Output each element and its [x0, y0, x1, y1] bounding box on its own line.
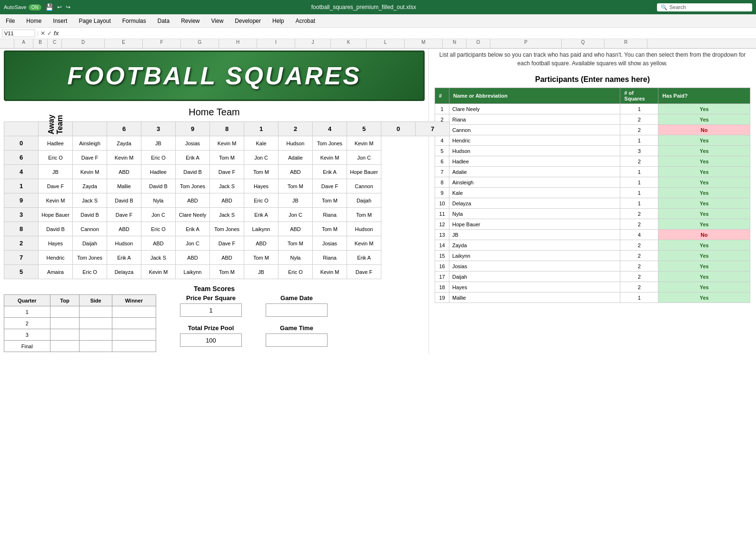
grid-cell-2-7[interactable]: ABD: [279, 165, 313, 179]
participant-paid-8[interactable]: Yes: [658, 188, 750, 198]
participant-paid-1[interactable]: Yes: [658, 114, 750, 125]
grid-cell-2-5[interactable]: Dave F: [210, 165, 244, 179]
grid-cell-0-6[interactable]: Kale: [244, 136, 279, 151]
redo-icon[interactable]: ↪: [66, 4, 70, 10]
menu-data[interactable]: Data: [156, 17, 171, 25]
grid-cell-2-9[interactable]: Hope Bauer: [347, 165, 381, 179]
grid-cell-1-1[interactable]: Dave F: [73, 151, 107, 165]
grid-cell-7-3[interactable]: ABD: [141, 236, 176, 251]
scores-row-2-side[interactable]: [80, 329, 112, 341]
grid-cell-4-7[interactable]: JB: [279, 193, 313, 208]
grid-cell-3-0[interactable]: Dave F: [39, 179, 73, 193]
grid-cell-5-8[interactable]: Riana: [313, 208, 347, 222]
participant-name-0[interactable]: Clare Neely: [449, 104, 620, 114]
menu-formulas[interactable]: Formulas: [120, 17, 148, 25]
grid-cell-4-6[interactable]: Eric O: [244, 193, 279, 208]
participant-name-17[interactable]: Hayes: [449, 282, 620, 293]
scores-row-1-top[interactable]: [50, 318, 80, 329]
grid-cell-7-4[interactable]: Jon C: [176, 236, 210, 251]
undo-icon[interactable]: ↩: [57, 4, 62, 10]
grid-cell-1-3[interactable]: Eric O: [141, 151, 176, 165]
menu-view[interactable]: View: [209, 17, 226, 25]
grid-cell-2-6[interactable]: Tom M: [244, 165, 279, 179]
participant-paid-0[interactable]: Yes: [658, 104, 750, 114]
grid-cell-5-2[interactable]: Dave F: [107, 208, 141, 222]
grid-cell-7-9[interactable]: Kevin M: [347, 236, 381, 251]
grid-cell-9-8[interactable]: Kevin M: [313, 265, 347, 279]
menu-home[interactable]: Home: [24, 17, 43, 25]
grid-cell-2-4[interactable]: David B: [176, 165, 210, 179]
grid-cell-5-4[interactable]: Clare Neely: [176, 208, 210, 222]
grid-cell-8-3[interactable]: Jack S: [141, 251, 176, 265]
grid-cell-8-4[interactable]: ABD: [176, 251, 210, 265]
grid-cell-4-8[interactable]: Tom M: [313, 193, 347, 208]
participant-paid-18[interactable]: Yes: [658, 293, 750, 303]
grid-cell-6-3[interactable]: Eric O: [141, 222, 176, 236]
scores-row-0-side[interactable]: [80, 306, 112, 318]
grid-cell-2-1[interactable]: Kevin M: [73, 165, 107, 179]
participant-paid-2[interactable]: No: [658, 125, 750, 135]
participant-paid-10[interactable]: Yes: [658, 209, 750, 219]
grid-cell-3-9[interactable]: Cannon: [347, 179, 381, 193]
search-box[interactable]: 🔍 Search: [657, 3, 752, 11]
total-prize-pool-input[interactable]: 100: [180, 333, 242, 347]
grid-cell-1-0[interactable]: Eric O: [39, 151, 73, 165]
price-per-square-input[interactable]: 1: [180, 303, 242, 317]
grid-cell-6-7[interactable]: ABD: [279, 222, 313, 236]
grid-cell-1-9[interactable]: Jon C: [347, 151, 381, 165]
grid-cell-3-2[interactable]: Mallie: [107, 179, 141, 193]
grid-cell-9-2[interactable]: Delayza: [107, 265, 141, 279]
grid-cell-5-0[interactable]: Hope Bauer: [39, 208, 73, 222]
grid-cell-7-0[interactable]: Hayes: [39, 236, 73, 251]
save-icon[interactable]: 💾: [45, 3, 53, 11]
grid-cell-4-0[interactable]: Kevin M: [39, 193, 73, 208]
grid-cell-1-7[interactable]: Adalie: [279, 151, 313, 165]
grid-cell-8-1[interactable]: Tom Jones: [73, 251, 107, 265]
participant-name-4[interactable]: Hudson: [449, 146, 620, 156]
grid-cell-1-6[interactable]: Jon C: [244, 151, 279, 165]
participant-name-6[interactable]: Adalie: [449, 167, 620, 177]
participant-paid-11[interactable]: Yes: [658, 219, 750, 230]
scores-row-2-winner[interactable]: [112, 329, 156, 341]
grid-cell-8-2[interactable]: Erik A: [107, 251, 141, 265]
scores-row-0-top[interactable]: [50, 306, 80, 318]
grid-cell-9-7[interactable]: Eric O: [279, 265, 313, 279]
participant-name-9[interactable]: Delayza: [449, 198, 620, 209]
participant-paid-13[interactable]: Yes: [658, 240, 750, 251]
grid-cell-0-5[interactable]: Kevin M: [210, 136, 244, 151]
grid-cell-2-0[interactable]: JB: [39, 165, 73, 179]
menu-file[interactable]: File: [4, 17, 17, 25]
confirm-formula-icon[interactable]: ✓: [47, 30, 52, 37]
grid-cell-9-6[interactable]: JB: [244, 265, 279, 279]
grid-cell-5-6[interactable]: Erik A: [244, 208, 279, 222]
participant-paid-7[interactable]: Yes: [658, 177, 750, 188]
participant-name-2[interactable]: Cannon: [449, 125, 620, 135]
grid-cell-2-3[interactable]: Hadlee: [141, 165, 176, 179]
participant-name-15[interactable]: Josias: [449, 261, 620, 272]
menu-acrobat[interactable]: Acrobat: [294, 17, 317, 25]
grid-cell-0-1[interactable]: Ainsleigh: [73, 136, 107, 151]
participant-name-13[interactable]: Zayda: [449, 240, 620, 251]
grid-cell-1-5[interactable]: Tom M: [210, 151, 244, 165]
grid-cell-7-1[interactable]: Daijah: [73, 236, 107, 251]
menu-review[interactable]: Review: [179, 17, 201, 25]
grid-cell-6-1[interactable]: Cannon: [73, 222, 107, 236]
grid-cell-6-8[interactable]: Tom M: [313, 222, 347, 236]
participant-paid-6[interactable]: Yes: [658, 167, 750, 177]
grid-cell-7-7[interactable]: Tom M: [279, 236, 313, 251]
participant-paid-9[interactable]: Yes: [658, 198, 750, 209]
scores-row-1-winner[interactable]: [112, 318, 156, 329]
grid-cell-8-6[interactable]: Tom M: [244, 251, 279, 265]
participant-paid-17[interactable]: Yes: [658, 282, 750, 293]
grid-cell-9-0[interactable]: Amaira: [39, 265, 73, 279]
participant-name-5[interactable]: Hadlee: [449, 156, 620, 167]
cell-reference-box[interactable]: V11: [2, 30, 35, 37]
grid-cell-8-9[interactable]: Erik A: [347, 251, 381, 265]
grid-cell-1-8[interactable]: Kevin M: [313, 151, 347, 165]
grid-cell-7-6[interactable]: ABD: [244, 236, 279, 251]
participant-name-8[interactable]: Kale: [449, 188, 620, 198]
grid-cell-9-4[interactable]: Laikynn: [176, 265, 210, 279]
grid-cell-4-5[interactable]: ABD: [210, 193, 244, 208]
grid-cell-9-3[interactable]: Kevin M: [141, 265, 176, 279]
grid-cell-5-1[interactable]: David B: [73, 208, 107, 222]
